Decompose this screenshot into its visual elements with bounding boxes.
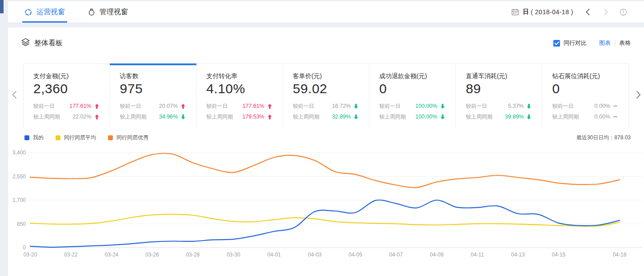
metric-title: 客单价(元) bbox=[293, 72, 360, 80]
compare-row: 较上周同期 0.00% bbox=[552, 113, 619, 121]
legend-label: 同行同层平均 bbox=[64, 134, 96, 142]
compare-row-value: 177.61% bbox=[69, 103, 91, 109]
compare-row-label: 较前一日 bbox=[552, 103, 573, 110]
compare-row-value: 16.72% bbox=[332, 103, 351, 109]
trend-arrow-icon bbox=[527, 104, 532, 109]
tab-label: 管理视窗 bbox=[100, 8, 128, 17]
metric-card-5[interactable]: 成功退款金额(元) 0 较前一日 100.00% 较上周同期 100.00% bbox=[369, 64, 456, 128]
metric-compare-rows: 较前一日 177.61% 较上周同期 179.53% bbox=[206, 103, 273, 121]
compare-row-value: 22.02% bbox=[72, 114, 91, 120]
compare-row: 较前一日 177.61% bbox=[33, 103, 100, 110]
svg-text:04-05: 04-05 bbox=[348, 252, 362, 258]
calendar-icon[interactable] bbox=[512, 8, 519, 16]
compare-row: 较前一日 5.37% bbox=[466, 103, 532, 110]
svg-text:03-26: 03-26 bbox=[145, 252, 159, 258]
svg-text:04-18: 04-18 bbox=[613, 252, 627, 258]
compare-row-value: 0.00% bbox=[595, 103, 610, 109]
metric-title: 成功退款金额(元) bbox=[379, 72, 446, 80]
trend-arrow-icon bbox=[354, 104, 359, 109]
metric-card-4[interactable]: 客单价(元) 59.02 较前一日 16.72% 较上周同期 32.89% bbox=[283, 64, 370, 128]
compare-row-value: 32.89% bbox=[332, 114, 351, 120]
metric-compare-rows: 较前一日 0.00% 较上周同期 0.00% bbox=[552, 103, 619, 121]
metric-value: 2,360 bbox=[33, 81, 100, 97]
compare-row-value: 177.61% bbox=[242, 103, 264, 109]
compare-row-label: 较前一日 bbox=[379, 103, 400, 110]
compare-row-value: 34.96% bbox=[159, 114, 178, 120]
operation-view-icon bbox=[24, 8, 32, 16]
trend-arrow-icon bbox=[95, 114, 100, 119]
compare-row-value: 100.00% bbox=[416, 114, 437, 120]
compare-row-label: 较上周同期 bbox=[293, 113, 320, 121]
compare-row: 较上周同期 179.53% bbox=[206, 113, 273, 121]
compare-row-label: 较前一日 bbox=[293, 103, 314, 110]
metric-card-1[interactable]: 支付金额(元) 2,360 较前一日 177.61% 较上周同期 22.02% bbox=[24, 64, 110, 128]
metric-title: 访客数 bbox=[120, 72, 187, 80]
legend-label: 同行同层优秀 bbox=[116, 134, 148, 142]
panel-title: 整体看板 bbox=[34, 39, 63, 48]
layers-icon bbox=[21, 38, 30, 48]
metric-card-6[interactable]: 直通车消耗(元) 89 较前一日 5.37% 较上周同期 39.89% bbox=[456, 64, 543, 128]
compare-row-value: 39.89% bbox=[505, 114, 524, 120]
info-icon[interactable] bbox=[620, 8, 627, 16]
cards-prev-icon[interactable] bbox=[12, 91, 17, 99]
tab-management-view[interactable]: 管理视窗 bbox=[88, 1, 128, 23]
view-toggle-table[interactable]: 表格 bbox=[619, 39, 631, 47]
compare-row: 较上周同期 22.02% bbox=[33, 113, 100, 121]
svg-text:03-28: 03-28 bbox=[186, 252, 200, 258]
cards-next-icon[interactable] bbox=[636, 91, 641, 99]
metric-value: 89 bbox=[466, 81, 532, 97]
topbar: 运营视窗 管理视窗 日 ( 2018-04-18 ) bbox=[8, 1, 644, 23]
metric-title: 支付转化率 bbox=[206, 72, 273, 80]
metric-compare-rows: 较前一日 20.07% 较上周同期 34.96% bbox=[120, 103, 187, 121]
prev-date-button[interactable] bbox=[586, 8, 590, 16]
compare-row-label: 较上周同期 bbox=[379, 113, 406, 121]
svg-text:04-13: 04-13 bbox=[511, 252, 525, 258]
tab-operation-view[interactable]: 运营视窗 bbox=[24, 1, 65, 23]
metric-value: 59.02 bbox=[293, 81, 360, 97]
trend-arrow-icon bbox=[440, 114, 446, 119]
compare-row: 较前一日 0.00% bbox=[552, 103, 619, 110]
legend-item-1[interactable]: 我的 bbox=[24, 134, 44, 142]
compare-row-value: 179.53% bbox=[242, 114, 264, 120]
analytics-dashboard: 运营视窗 管理视窗 日 ( 2018-04-18 ) bbox=[0, 0, 644, 276]
compare-row-value: 0.00% bbox=[595, 114, 610, 120]
metric-compare-rows: 较前一日 100.00% 较上周同期 100.00% bbox=[379, 103, 446, 121]
metric-card-3[interactable]: 支付转化率 4.10% 较前一日 177.61% 较上周同期 179.53% bbox=[196, 64, 283, 128]
flat-dash-icon bbox=[613, 116, 617, 117]
metric-value: 975 bbox=[120, 81, 187, 97]
view-tabs: 运营视窗 管理视窗 bbox=[8, 1, 128, 23]
svg-text:04-07: 04-07 bbox=[389, 252, 403, 258]
compare-row: 较上周同期 100.00% bbox=[379, 113, 446, 121]
compare-row: 较前一日 20.07% bbox=[120, 103, 187, 110]
compare-row-label: 较前一日 bbox=[466, 103, 487, 110]
metric-card-2[interactable]: 访客数 975 较前一日 20.07% 较上周同期 34.96% bbox=[110, 64, 197, 128]
trend-arrow-icon bbox=[181, 114, 186, 119]
trend-arrow-icon bbox=[95, 104, 100, 109]
compare-row-label: 较上周同期 bbox=[120, 113, 147, 121]
svg-text:03-22: 03-22 bbox=[64, 252, 78, 258]
peer-compare-checkbox[interactable] bbox=[553, 40, 560, 47]
view-toggle-divider bbox=[615, 40, 615, 46]
legend-label: 我的 bbox=[33, 134, 44, 142]
trend-chart: 08501,7002,5503,40003-2003-2203-2403-260… bbox=[8, 146, 644, 263]
svg-text:04-11: 04-11 bbox=[471, 252, 484, 258]
trend-arrow-icon bbox=[527, 114, 532, 119]
compare-row-value: 100.00% bbox=[416, 103, 437, 109]
view-toggle-chart[interactable]: 图表 bbox=[599, 39, 611, 47]
date-value: ( 2018-04-18 ) bbox=[531, 8, 573, 16]
compare-row-label: 较上周同期 bbox=[552, 113, 579, 121]
panel-header: 整体看板 同行对比 图表 表格 bbox=[8, 28, 644, 48]
compare-row-value: 20.07% bbox=[159, 103, 178, 109]
trend-arrow-icon bbox=[268, 104, 273, 109]
legend-item-2[interactable]: 同行同层平均 bbox=[56, 134, 96, 142]
metric-title: 直通车消耗(元) bbox=[466, 72, 532, 80]
svg-text:3,400: 3,400 bbox=[12, 150, 26, 156]
compare-row-label: 较前一日 bbox=[33, 103, 55, 110]
window-edge-fragment bbox=[0, 0, 4, 13]
trend-arrow-icon bbox=[181, 104, 186, 109]
metric-value: 4.10% bbox=[206, 81, 273, 97]
next-date-button[interactable] bbox=[604, 8, 608, 16]
legend-item-3[interactable]: 同行同层优秀 bbox=[108, 134, 148, 142]
metric-card-7[interactable]: 钻石展位消耗(元) 0 较前一日 0.00% 较上周同期 0.00% bbox=[542, 64, 629, 128]
compare-row-label: 较前一日 bbox=[120, 103, 141, 110]
